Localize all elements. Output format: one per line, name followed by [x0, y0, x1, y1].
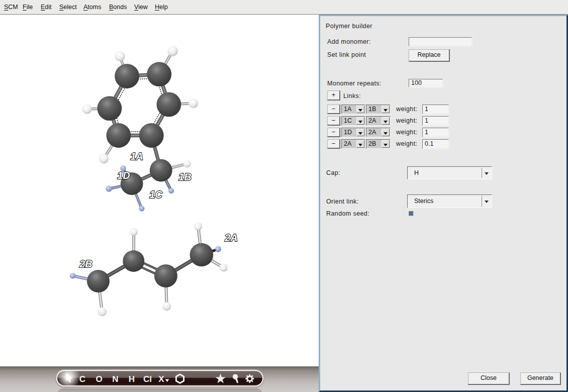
- svg-text:2A: 2A: [224, 232, 238, 243]
- svg-text:X: X: [158, 374, 164, 384]
- svg-text:Cl: Cl: [143, 374, 152, 384]
- svg-text:N: N: [112, 374, 118, 384]
- svg-text:O: O: [96, 374, 102, 384]
- svg-text:C: C: [79, 374, 85, 384]
- svg-text:H: H: [129, 374, 135, 384]
- svg-text:1D: 1D: [117, 170, 130, 181]
- svg-text:1B: 1B: [178, 171, 192, 182]
- svg-text:1C: 1C: [149, 189, 162, 200]
- svg-text:2B: 2B: [79, 258, 92, 269]
- svg-text:1A: 1A: [130, 151, 143, 162]
